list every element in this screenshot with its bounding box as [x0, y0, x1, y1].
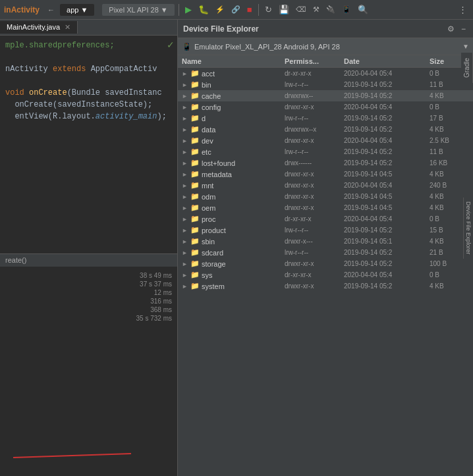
- tree-row[interactable]: ► 📁 system drwxr-xr-x 2019-09-14 05:2 4 …: [178, 280, 473, 292]
- file-date: 2020-04-04 05:4: [344, 103, 430, 111]
- device-selector[interactable]: Emulator Pixel_XL_API_28 Android 9, API …: [194, 43, 460, 51]
- tree-row[interactable]: ► 📁 metadata drwxr-xr-x 2019-09-14 04:5 …: [178, 169, 473, 180]
- folder-icon: 📁: [190, 226, 200, 234]
- file-name: etc: [202, 148, 211, 156]
- close-tab-icon[interactable]: ✕: [65, 23, 70, 31]
- file-permissions: lrw-r--r--: [285, 115, 344, 122]
- tree-row[interactable]: ► 📁 odm drwxr-xr-x 2019-09-14 04:5 4 KB: [178, 191, 473, 202]
- clean-btn[interactable]: ⌫: [294, 5, 308, 14]
- file-size: 11 B: [430, 148, 469, 155]
- file-name: mnt: [202, 182, 213, 190]
- expand-arrow: ►: [182, 261, 188, 267]
- stop-btn[interactable]: ■: [245, 4, 254, 15]
- tree-row[interactable]: ► 📁 acct dr-xr-xr-x 2020-04-04 05:4 0 B: [178, 68, 473, 79]
- folder-icon: 📁: [190, 203, 200, 212]
- file-size: 0 B: [430, 271, 469, 278]
- tree-row[interactable]: ► 📁 bin lrw-r--r-- 2019-09-14 05:2 11 B: [178, 79, 473, 90]
- tools-btn[interactable]: ⚒: [311, 5, 321, 14]
- file-name: acct: [202, 70, 215, 78]
- more-actions-btn[interactable]: ⋮: [457, 4, 469, 15]
- expand-arrow: ►: [182, 182, 188, 189]
- device-dropdown-arrow[interactable]: ▼: [462, 43, 469, 50]
- file-permissions: drwxr-xr-x: [285, 193, 344, 200]
- attach-btn[interactable]: 🔗: [229, 5, 242, 14]
- dfe-close-btn[interactable]: −: [459, 24, 468, 34]
- dfe-header-icons: ⚙ −: [445, 24, 468, 34]
- file-permissions: lrw-r--r--: [285, 148, 344, 155]
- expand-arrow: ►: [182, 126, 188, 133]
- file-date: 2019-09-14 05:2: [344, 226, 430, 234]
- sync-btn[interactable]: ↻: [263, 4, 274, 15]
- file-date: 2020-04-04 05:4: [344, 271, 430, 278]
- file-tree[interactable]: ► 📁 acct dr-xr-xr-x 2020-04-04 05:4 0 B …: [178, 68, 473, 476]
- file-date: 2019-09-14 05:2: [344, 282, 430, 290]
- file-size: 17 B: [430, 115, 469, 122]
- gradle-tab-label: Gradle: [463, 58, 470, 78]
- tree-row[interactable]: ► 📁 cache drwxrwx-- 2019-09-14 05:2 4 KB: [178, 90, 473, 101]
- expand-arrow: ►: [182, 115, 188, 122]
- debug-btn[interactable]: 🐛: [196, 4, 211, 15]
- expand-arrow: ►: [182, 138, 188, 144]
- tree-row[interactable]: ► 📁 sdcard lrw-r--r-- 2019-09-14 05:2 21…: [178, 247, 473, 258]
- expand-arrow: ►: [182, 149, 188, 155]
- back-btn[interactable]: ←: [45, 5, 57, 15]
- tree-row[interactable]: ► 📁 oem drwxr-xr-x 2019-09-14 04:5 4 KB: [178, 202, 473, 213]
- tree-row[interactable]: ► 📁 storage drwxr-xr-x 2019-09-14 05:2 1…: [178, 258, 473, 269]
- tree-row[interactable]: ► 📁 sbin drwxr-x--- 2019-09-14 05:1 4 KB: [178, 236, 473, 247]
- tree-row[interactable]: ► 📁 lost+found drwx------ 2019-09-14 05:…: [178, 157, 473, 169]
- tree-row[interactable]: ► 📁 config drwxr-xr-x 2020-04-04 05:4 0 …: [178, 101, 473, 113]
- avd-btn[interactable]: 📱: [340, 5, 353, 14]
- file-size: 4 KB: [430, 92, 469, 99]
- file-name: cache: [202, 92, 221, 100]
- file-permissions: dr-xr-xr-x: [285, 215, 344, 223]
- tree-row[interactable]: ► 📁 data drwxrwx--x 2019-09-14 05:2 4 KB: [178, 124, 473, 135]
- chart-labels: 38 s 49 ms 37 s 37 ms 12 ms 316 ms 368 m…: [136, 272, 172, 322]
- expand-arrow: ►: [182, 283, 188, 290]
- activity-tab-label: inActivity: [4, 5, 40, 14]
- profile-btn[interactable]: ⚡: [213, 5, 227, 14]
- chart-label-5: 368 ms: [136, 306, 172, 313]
- chart-label-1: 38 s 49 ms: [136, 272, 172, 279]
- folder-icon: 📁: [190, 125, 200, 134]
- app-dropdown[interactable]: app ▼: [60, 4, 94, 16]
- file-name: sbin: [202, 238, 215, 246]
- dfe-vtab[interactable]: Device File Explorer: [463, 198, 473, 259]
- file-permissions: drwxr-x---: [285, 238, 344, 245]
- file-name: oem: [202, 204, 215, 212]
- dfe-header: Device File Explorer ⚙ −: [178, 20, 473, 38]
- expand-arrow: ►: [182, 238, 188, 245]
- build-btn[interactable]: 💾: [277, 4, 291, 15]
- tree-row[interactable]: ► 📁 proc dr-xr-xr-x 2020-04-04 05:4 0 B: [178, 213, 473, 225]
- col-date[interactable]: Date: [344, 57, 430, 65]
- tree-row[interactable]: ► 📁 sys dr-xr-xr-x 2020-04-04 05:4 0 B: [178, 269, 473, 280]
- file-permissions: lrw-r--r--: [285, 81, 344, 88]
- run-btn[interactable]: ▶: [183, 4, 194, 15]
- code-line-7: entView(R.layout.activity_main);: [5, 111, 172, 122]
- file-size: 0 B: [430, 103, 469, 111]
- expand-arrow: ►: [182, 272, 188, 278]
- tree-row[interactable]: ► 📁 etc lrw-r--r-- 2019-09-14 05:2 11 B: [178, 146, 473, 157]
- code-editor-panel: MainActivity.java ✕ mple.sharedpreferenc…: [0, 20, 178, 476]
- file-date: 2019-09-14 04:5: [344, 193, 430, 200]
- gradle-tab[interactable]: Gradle: [461, 53, 473, 83]
- device-dropdown[interactable]: Pixel XL API 28 ▼: [102, 4, 174, 16]
- folder-icon: 📁: [190, 282, 200, 290]
- code-content: mple.sharedpreferences; nActivity extend…: [0, 36, 177, 253]
- sdk-btn[interactable]: 🔌: [324, 5, 337, 14]
- folder-icon: 📁: [190, 237, 200, 246]
- tree-row[interactable]: ► 📁 d lrw-r--r-- 2019-09-14 05:2 17 B: [178, 113, 473, 124]
- dfe-settings-btn[interactable]: ⚙: [445, 24, 457, 34]
- main-activity-tab[interactable]: MainActivity.java ✕: [0, 21, 78, 34]
- tree-row[interactable]: ► 📁 product lrw-r--r-- 2019-09-14 05:2 1…: [178, 225, 473, 236]
- col-permissions[interactable]: Permiss...: [285, 57, 344, 65]
- dfe-title: Device File Explorer: [183, 24, 259, 34]
- tree-row[interactable]: ► 📁 mnt drwxr-xr-x 2020-04-04 05:4 240 B: [178, 180, 473, 191]
- tree-row[interactable]: ► 📁 dev drwxr-xr-x 2020-04-04 05:4 2.5 K…: [178, 135, 473, 146]
- file-name: metadata: [202, 171, 232, 178]
- file-name: system: [202, 282, 225, 290]
- search-btn[interactable]: 🔍: [356, 4, 370, 15]
- file-date: 2019-09-14 04:5: [344, 171, 430, 178]
- code-line-3: nActivity extends AppCompatActiv: [5, 63, 172, 75]
- file-permissions: drwxr-xr-x: [285, 103, 344, 111]
- expand-arrow: ►: [182, 171, 188, 178]
